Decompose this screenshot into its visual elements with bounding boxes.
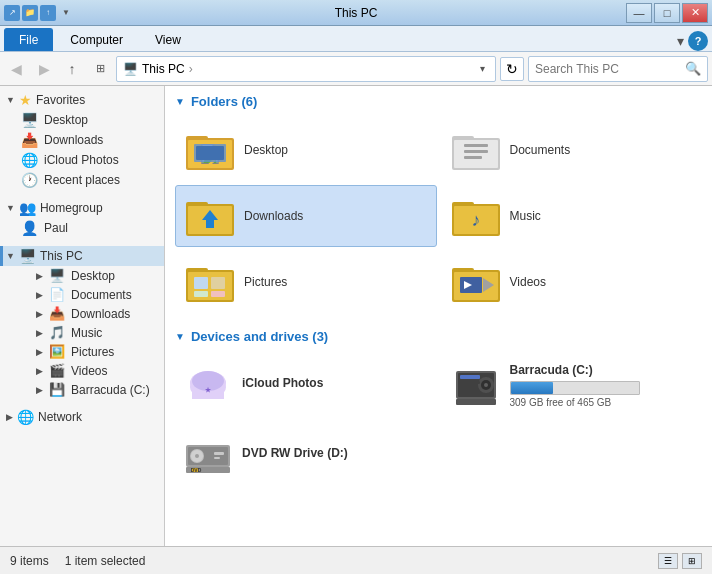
- refresh-button[interactable]: ↻: [500, 57, 524, 81]
- drive-bar-fill: [511, 382, 553, 394]
- quick-access-icons: ↗ 📁 ↑ ▼: [4, 5, 74, 21]
- view-icon-list[interactable]: ☰: [658, 553, 678, 569]
- folder-item-music[interactable]: ♪ Music: [441, 185, 703, 247]
- search-icon: 🔍: [685, 61, 701, 76]
- folder-desktop-svg: [184, 128, 236, 172]
- svg-rect-43: [460, 375, 480, 379]
- svg-rect-4: [196, 146, 224, 160]
- sidebar-thispc-videos[interactable]: ▶ 🎬 Videos: [0, 361, 164, 380]
- dropdown-arrow[interactable]: ▼: [58, 5, 74, 21]
- ribbon-collapse-arrow[interactable]: ▾: [677, 33, 684, 49]
- device-item-icloud[interactable]: ⋆ iCloud Photos: [175, 354, 435, 416]
- folder-item-documents[interactable]: Documents: [441, 119, 703, 181]
- svg-point-42: [484, 383, 488, 387]
- close-button[interactable]: ✕: [682, 3, 708, 23]
- tab-file[interactable]: File: [4, 28, 53, 51]
- address-path[interactable]: 🖥️ This PC › ▾: [116, 56, 496, 82]
- device-barracuda-info: Barracuda (C:) 309 GB free of 465 GB: [510, 363, 694, 408]
- folder-desktop-label: Desktop: [244, 143, 288, 157]
- device-item-dvd[interactable]: DVD DVD RW Drive (D:): [175, 424, 435, 486]
- folder-item-videos[interactable]: Videos: [441, 251, 703, 313]
- search-input[interactable]: [535, 62, 685, 76]
- folders-section-header[interactable]: ▼ Folders (6): [175, 94, 702, 109]
- sidebar-thispc-music[interactable]: ▶ 🎵 Music: [0, 323, 164, 342]
- maximize-button[interactable]: □: [654, 3, 680, 23]
- sidebar-desktop-label: Desktop: [44, 113, 88, 127]
- svg-text:DVD: DVD: [191, 467, 202, 473]
- folder-item-downloads[interactable]: Downloads: [175, 185, 437, 247]
- sidebar-favorites-header[interactable]: ▼ ★ Favorites: [0, 90, 164, 110]
- device-item-barracuda[interactable]: Barracuda (C:) 309 GB free of 465 GB: [443, 354, 703, 416]
- sidebar-thispc-pictures[interactable]: ▶ 🖼️ Pictures: [0, 342, 164, 361]
- sidebar-thispc-downloads[interactable]: ▶ 📥 Downloads: [0, 304, 164, 323]
- sidebar-favorites-label: Favorites: [36, 93, 85, 107]
- devices-section-label: Devices and drives (3): [191, 329, 328, 344]
- sidebar-thispc-header[interactable]: ▼ 🖥️ This PC: [0, 246, 164, 266]
- sidebar-item-paul[interactable]: 👤 Paul: [0, 218, 164, 238]
- folder-music-svg: ♪: [450, 194, 502, 238]
- folder-item-desktop[interactable]: Desktop: [175, 119, 437, 181]
- svg-rect-22: [194, 277, 208, 289]
- sidebar-item-icloud-photos[interactable]: 🌐 iCloud Photos: [0, 150, 164, 170]
- svg-rect-44: [460, 381, 480, 384]
- sidebar-network-header[interactable]: ▶ 🌐 Network: [0, 407, 164, 427]
- sidebar-item-desktop[interactable]: 🖥️ Desktop: [0, 110, 164, 130]
- homegroup-icon: 👥: [19, 200, 36, 216]
- status-items-count: 9 items: [10, 554, 49, 568]
- view-switcher-button[interactable]: ⊞: [88, 57, 112, 81]
- quick-access-icon-3[interactable]: ↑: [40, 5, 56, 21]
- thispc-pictures-expand: ▶: [36, 347, 43, 357]
- sidebar-thispc-barracuda[interactable]: ▶ 💾 Barracuda (C:): [0, 380, 164, 399]
- device-icloud-icon-container: ⋆: [184, 361, 232, 409]
- thispc-pictures-label: Pictures: [71, 345, 114, 359]
- thispc-barracuda-icon: 💾: [49, 382, 65, 397]
- folder-item-pictures[interactable]: Pictures: [175, 251, 437, 313]
- tab-computer[interactable]: Computer: [55, 28, 138, 51]
- sidebar-item-downloads[interactable]: 📥 Downloads: [0, 130, 164, 150]
- sidebar-thispc-documents[interactable]: ▶ 📄 Documents: [0, 285, 164, 304]
- svg-text:⋆: ⋆: [203, 381, 213, 398]
- devices-section-header[interactable]: ▼ Devices and drives (3): [175, 329, 702, 344]
- folder-videos-icon-container: [450, 258, 502, 306]
- svg-rect-46: [456, 399, 496, 405]
- sidebar-thispc-desktop[interactable]: ▶ 🖥️ Desktop: [0, 266, 164, 285]
- sidebar-section-favorites: ▼ ★ Favorites 🖥️ Desktop 📥 Downloads 🌐 i…: [0, 90, 164, 190]
- thispc-icon: 🖥️: [19, 248, 36, 264]
- tab-view[interactable]: View: [140, 28, 196, 51]
- quick-access-icon-2[interactable]: 📁: [22, 5, 38, 21]
- thispc-expand-icon: ▼: [6, 251, 15, 261]
- sidebar-downloads-label: Downloads: [44, 133, 103, 147]
- folder-music-label: Music: [510, 209, 541, 223]
- folder-documents-icon-container: [450, 126, 502, 174]
- drive-bar-container: [510, 381, 640, 395]
- svg-point-51: [195, 454, 199, 458]
- minimize-button[interactable]: —: [626, 3, 652, 23]
- forward-button[interactable]: ▶: [32, 57, 56, 81]
- thispc-music-icon: 🎵: [49, 325, 65, 340]
- sidebar-network-label: Network: [38, 410, 82, 424]
- sidebar-homegroup-header[interactable]: ▼ 👥 Homegroup: [0, 198, 164, 218]
- device-icloud-name: iCloud Photos: [242, 376, 426, 390]
- sidebar-homegroup-label: Homegroup: [40, 201, 103, 215]
- path-icon: 🖥️: [123, 62, 138, 76]
- folder-downloads-svg: [184, 194, 236, 238]
- up-button[interactable]: ↑: [60, 57, 84, 81]
- folder-desktop-icon-container: [184, 126, 236, 174]
- network-expand-icon: ▶: [6, 412, 13, 422]
- thispc-documents-label: Documents: [71, 288, 132, 302]
- sidebar-paul-label: Paul: [44, 221, 68, 235]
- svg-rect-10: [464, 156, 482, 159]
- ribbon-help-button[interactable]: ?: [688, 31, 708, 51]
- view-icon-grid[interactable]: ⊞: [682, 553, 702, 569]
- folder-videos-label: Videos: [510, 275, 546, 289]
- quick-access-icon-1[interactable]: ↗: [4, 5, 20, 21]
- thispc-desktop-label: Desktop: [71, 269, 115, 283]
- svg-rect-23: [211, 277, 225, 289]
- back-button[interactable]: ◀: [4, 57, 28, 81]
- thispc-downloads-icon: 📥: [49, 306, 65, 321]
- sidebar-section-homegroup: ▼ 👥 Homegroup 👤 Paul: [0, 198, 164, 238]
- sidebar-item-recent-places[interactable]: 🕐 Recent places: [0, 170, 164, 190]
- status-info: 9 items 1 item selected: [10, 554, 145, 568]
- search-box[interactable]: 🔍: [528, 56, 708, 82]
- address-dropdown[interactable]: ▾: [476, 63, 489, 74]
